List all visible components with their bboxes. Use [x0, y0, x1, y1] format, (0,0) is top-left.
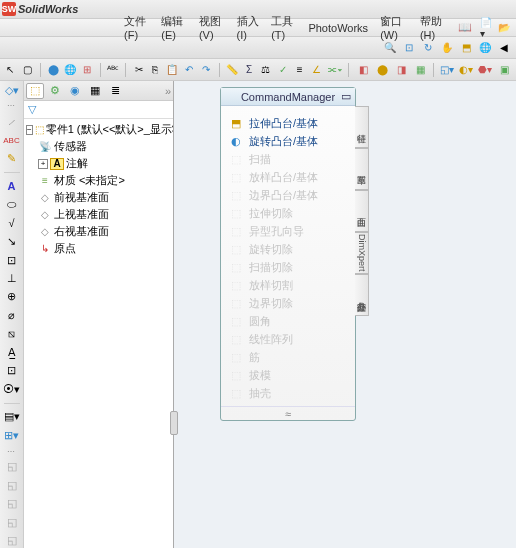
- side-tab-surface[interactable]: 曲面: [355, 190, 369, 232]
- abc-icon[interactable]: ABC: [3, 133, 21, 147]
- tree-item-material[interactable]: ≡ 材质 <未指定>: [24, 172, 173, 189]
- grid-icon[interactable]: ⊞: [81, 62, 94, 78]
- paste-icon[interactable]: 📋: [166, 62, 179, 78]
- tree-item-right-plane[interactable]: ◇ 右视基准面: [24, 223, 173, 240]
- datum-icon[interactable]: ⊥: [3, 271, 21, 285]
- menu-file[interactable]: 文件(F): [118, 14, 155, 41]
- centerline-icon[interactable]: ⦿▾: [3, 382, 21, 396]
- expand-icon[interactable]: −: [26, 125, 33, 135]
- shaded-icon[interactable]: ⬤: [374, 62, 390, 78]
- text-icon[interactable]: A: [3, 179, 21, 193]
- cmd-item-0[interactable]: ⬒拉伸凸台/基体: [225, 114, 351, 132]
- geom-tol-icon[interactable]: ⊡: [3, 253, 21, 267]
- surface-finish-icon[interactable]: √: [3, 216, 21, 230]
- menu-photoworks[interactable]: PhotoWorks: [302, 22, 374, 34]
- target-icon[interactable]: ⊕: [3, 290, 21, 304]
- menu-insert[interactable]: 插入(I): [231, 14, 266, 41]
- sketch-line-icon[interactable]: ◇▾: [3, 83, 21, 97]
- command-manager-body: ⬒拉伸凸台/基体◐旋转凸台/基体⬚扫描⬚放样凸台/基体⬚边界凸台/基体⬚拉伸切除…: [221, 106, 355, 406]
- open-doc-icon[interactable]: 📂: [496, 20, 512, 36]
- weld-icon[interactable]: ↘: [3, 234, 21, 248]
- new-doc-icon[interactable]: 📄▾: [478, 20, 494, 36]
- table-icon[interactable]: ⊞▾: [3, 428, 21, 442]
- menu-window[interactable]: 窗口(W): [374, 14, 414, 41]
- panel-menu-icon[interactable]: ▭: [341, 90, 351, 103]
- tree-item-origin[interactable]: ↳ 原点: [24, 240, 173, 257]
- zoom-area-icon[interactable]: 🔍: [382, 40, 398, 56]
- sigma-icon[interactable]: Σ: [243, 62, 256, 78]
- hidden-removed-icon[interactable]: ◨: [393, 62, 409, 78]
- block-icon[interactable]: A̲: [3, 345, 21, 359]
- copy-icon[interactable]: ⎘: [149, 62, 162, 78]
- command-manager-title[interactable]: CommandManager ▭: [221, 88, 355, 106]
- wireframe-icon[interactable]: ▦: [412, 62, 428, 78]
- command-manager-expand[interactable]: ≈: [221, 406, 355, 420]
- equation-icon[interactable]: ≡: [293, 62, 306, 78]
- view-orient-icon[interactable]: 🌐: [477, 40, 493, 56]
- side-tab-sketch[interactable]: 草图: [355, 148, 369, 190]
- measure-icon[interactable]: 📏: [226, 62, 239, 78]
- tree-item-top-plane[interactable]: ◇ 上视基准面: [24, 206, 173, 223]
- prev-view-icon[interactable]: ◀: [496, 40, 512, 56]
- smart-dim-icon[interactable]: ⟋: [3, 114, 21, 128]
- viewport[interactable]: CommandManager ▭ ⬒拉伸凸台/基体◐旋转凸台/基体⬚扫描⬚放样凸…: [174, 81, 516, 548]
- side-tab-office[interactable]: 办公室产品: [355, 274, 369, 316]
- help-icon[interactable]: 📖: [452, 21, 478, 34]
- cmd-item-1[interactable]: ◐旋转凸台/基体: [225, 132, 351, 150]
- link-icon[interactable]: ⫘▾: [327, 62, 342, 78]
- cut-icon[interactable]: ✂: [132, 62, 145, 78]
- select-icon[interactable]: ↖: [4, 62, 17, 78]
- expand-icon[interactable]: +: [38, 159, 48, 169]
- cube3-icon[interactable]: ◱: [3, 497, 21, 511]
- hole-callout-icon[interactable]: ⌀: [3, 308, 21, 322]
- cube5-icon[interactable]: ◱: [3, 533, 21, 547]
- spell-icon[interactable]: ᴬᴮᶜ: [106, 62, 119, 78]
- tree-tab-feature[interactable]: ⬚: [26, 83, 44, 99]
- globe-icon[interactable]: 🌐: [64, 62, 77, 78]
- section-view-icon[interactable]: ⬒: [458, 40, 474, 56]
- check-icon[interactable]: ✓: [276, 62, 289, 78]
- area-icon[interactable]: ▤▾: [3, 410, 21, 424]
- tree-item-front-plane[interactable]: ◇ 前视基准面: [24, 189, 173, 206]
- tree-root[interactable]: − ⬚ 零件1 (默认<<默认>_显示状态: [24, 121, 173, 138]
- menu-edit[interactable]: 编辑(E): [155, 14, 193, 41]
- cmd-item-label: 拉伸凸台/基体: [249, 116, 318, 131]
- side-tab-features[interactable]: 特征: [355, 106, 369, 148]
- tree-label: 前视基准面: [54, 190, 109, 205]
- cmd-item-icon: ⬚: [229, 224, 243, 238]
- sphere-icon[interactable]: ⬤: [47, 62, 60, 78]
- tree-item-sensor[interactable]: 📡 传感器: [24, 138, 173, 155]
- rotate-view-icon[interactable]: ↻: [420, 40, 436, 56]
- cube2-icon[interactable]: ◱: [3, 478, 21, 492]
- display-style-icon[interactable]: ◱▾: [439, 62, 455, 78]
- splitter-grip[interactable]: [170, 411, 178, 435]
- center-mark-icon[interactable]: ⊡: [3, 364, 21, 378]
- note-icon[interactable]: ✎: [3, 151, 21, 165]
- redo-icon[interactable]: ↷: [200, 62, 213, 78]
- tree-item-annotations[interactable]: + A 注解: [24, 155, 173, 172]
- tree-tab-layers[interactable]: ≣: [106, 83, 124, 99]
- appearance-icon[interactable]: ⬣▾: [477, 62, 493, 78]
- undo-icon[interactable]: ↶: [183, 62, 196, 78]
- hide-show-icon[interactable]: ◐▾: [458, 62, 474, 78]
- zoom-fit-icon[interactable]: ⊡: [401, 40, 417, 56]
- scene-icon[interactable]: ▣: [496, 62, 512, 78]
- tree-tab-config[interactable]: ⚙: [46, 83, 64, 99]
- side-tab-dimxpert[interactable]: DimXpert: [355, 232, 369, 274]
- shaded-edges-icon[interactable]: ◧: [355, 62, 371, 78]
- cube4-icon[interactable]: ◱: [3, 515, 21, 529]
- pan-icon[interactable]: ✋: [439, 40, 455, 56]
- angle-icon[interactable]: ∠: [310, 62, 323, 78]
- menu-tools[interactable]: 工具(T): [265, 14, 302, 41]
- hatch-icon[interactable]: ⧅: [3, 327, 21, 341]
- balloon-icon[interactable]: ⬭: [3, 197, 21, 211]
- pointer-icon[interactable]: ▢: [21, 62, 34, 78]
- tree-tab-render[interactable]: ▦: [86, 83, 104, 99]
- cube1-icon[interactable]: ◱: [3, 460, 21, 474]
- tree-tab-display[interactable]: ◉: [66, 83, 84, 99]
- mass-icon[interactable]: ⚖: [259, 62, 272, 78]
- tree-tabs-more-icon[interactable]: »: [165, 85, 171, 97]
- menu-help[interactable]: 帮助(H): [414, 14, 452, 41]
- tree-filter[interactable]: ▽: [24, 101, 173, 119]
- menu-view[interactable]: 视图(V): [193, 14, 231, 41]
